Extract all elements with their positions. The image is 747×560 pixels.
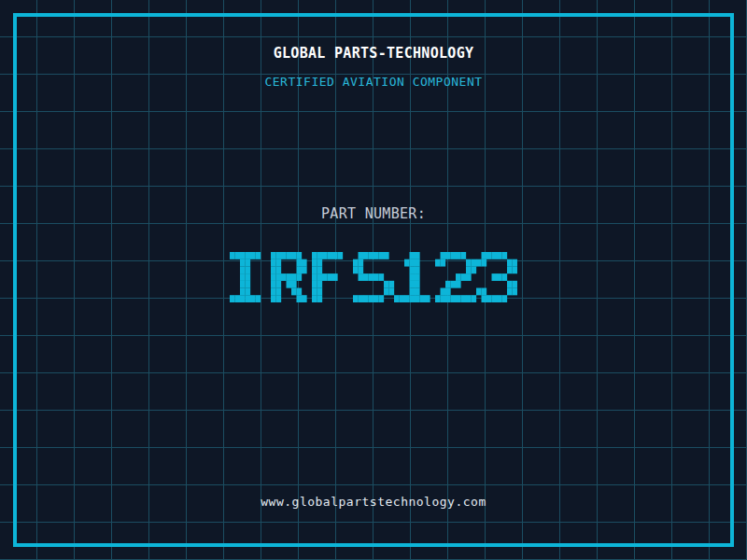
part-number-label: PART NUMBER: (0, 205, 747, 222)
brand-title: GLOBAL PARTS-TECHNOLOGY (0, 45, 747, 62)
website-url: www.globalpartstechnology.com (0, 495, 747, 509)
part-number-value (0, 252, 747, 302)
part-number-pixel-text (230, 252, 517, 302)
certification-tagline: CERTIFIED AVIATION COMPONENT (0, 75, 747, 89)
certificate-card: GLOBAL PARTS-TECHNOLOGY CERTIFIED AVIATI… (0, 0, 747, 560)
